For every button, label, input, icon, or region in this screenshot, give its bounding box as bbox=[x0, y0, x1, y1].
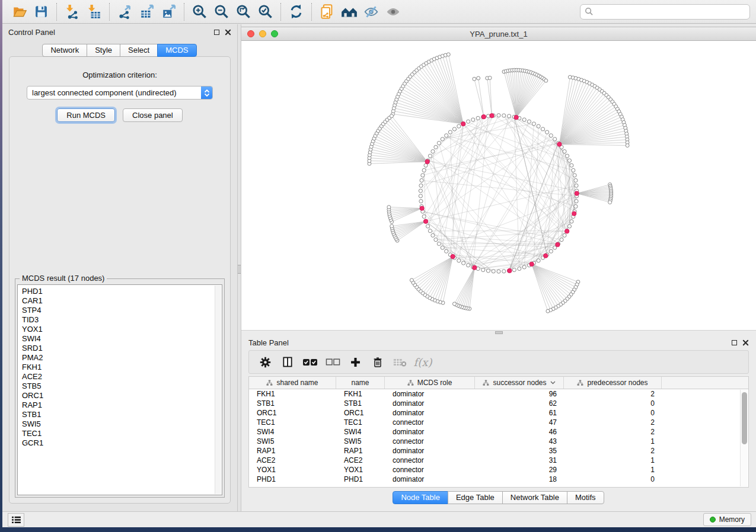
table-row[interactable]: RAP1RAP1dominator352 bbox=[249, 446, 748, 456]
graph-node[interactable] bbox=[549, 249, 553, 253]
graph-node[interactable] bbox=[572, 168, 575, 172]
graph-node[interactable] bbox=[574, 178, 578, 182]
table-scrollbar[interactable] bbox=[740, 390, 748, 486]
table-cell[interactable]: 31 bbox=[475, 456, 564, 464]
zoom-selected-button[interactable] bbox=[254, 2, 276, 21]
graph-hub-node[interactable] bbox=[461, 121, 465, 126]
graph-node[interactable] bbox=[424, 164, 428, 167]
column-header-predecessor-nodes[interactable]: predecessor nodes bbox=[564, 377, 662, 389]
graph-node[interactable] bbox=[537, 124, 540, 128]
table-row[interactable]: TEC1TEC1connector472 bbox=[249, 418, 748, 427]
graph-node[interactable] bbox=[434, 238, 438, 242]
graph-node[interactable] bbox=[390, 225, 394, 228]
graph-node[interactable] bbox=[467, 120, 470, 123]
graph-node[interactable] bbox=[476, 116, 480, 120]
float-panel-icon[interactable] bbox=[214, 30, 219, 35]
graph-node[interactable] bbox=[544, 79, 548, 82]
graph-node[interactable] bbox=[507, 114, 511, 118]
table-cell[interactable]: dominator bbox=[385, 475, 475, 483]
graph-node[interactable] bbox=[431, 233, 435, 237]
zoom-in-button[interactable] bbox=[189, 2, 210, 21]
table-cell[interactable]: 18 bbox=[475, 475, 564, 483]
graph-node[interactable] bbox=[410, 278, 413, 282]
table-settings-button[interactable] bbox=[254, 352, 276, 372]
graph-node[interactable] bbox=[570, 220, 573, 223]
graph-node[interactable] bbox=[497, 270, 500, 273]
tab-select[interactable]: Select bbox=[120, 44, 158, 57]
graph-node[interactable] bbox=[567, 159, 571, 162]
table-cell[interactable]: 61 bbox=[475, 409, 564, 417]
graph-node[interactable] bbox=[422, 214, 426, 218]
table-cell[interactable]: dominator bbox=[385, 447, 475, 455]
graph-hub-node[interactable] bbox=[564, 229, 569, 233]
deselect-all-button[interactable] bbox=[321, 352, 344, 372]
table-cell[interactable]: dominator bbox=[385, 428, 475, 436]
show-columns-button[interactable] bbox=[276, 352, 299, 372]
result-list-item[interactable]: FKH1 bbox=[22, 363, 222, 372]
graph-hub-node[interactable] bbox=[423, 219, 428, 223]
table-cell[interactable]: 46 bbox=[475, 428, 564, 436]
result-list-item[interactable]: STB5 bbox=[22, 382, 222, 391]
network-canvas[interactable] bbox=[241, 41, 756, 330]
result-list-item[interactable]: SWI5 bbox=[22, 419, 222, 429]
result-list-item[interactable]: CAR1 bbox=[22, 296, 222, 306]
table-cell[interactable]: 0 bbox=[564, 399, 662, 408]
graph-node[interactable] bbox=[575, 200, 578, 203]
graph-node[interactable] bbox=[452, 127, 456, 131]
graph-hub-node[interactable] bbox=[451, 254, 455, 258]
graph-node[interactable] bbox=[518, 267, 521, 270]
close-panel-button[interactable]: Close panel bbox=[123, 108, 183, 122]
graph-node[interactable] bbox=[574, 204, 578, 208]
graph-node[interactable] bbox=[426, 225, 429, 228]
graph-node[interactable] bbox=[502, 270, 506, 273]
hide-selected-button[interactable] bbox=[360, 2, 382, 21]
graph-hub-node[interactable] bbox=[529, 262, 534, 266]
close-panel-icon[interactable] bbox=[225, 29, 231, 36]
delete-column-button[interactable] bbox=[366, 352, 389, 372]
table-scrollbar-thumb[interactable] bbox=[742, 392, 747, 444]
graph-node[interactable] bbox=[437, 141, 441, 145]
table-cell[interactable]: dominator bbox=[385, 390, 475, 398]
graph-node[interactable] bbox=[390, 114, 393, 118]
result-list-item[interactable]: PMA2 bbox=[22, 353, 222, 363]
graph-node[interactable] bbox=[626, 144, 629, 148]
zoom-fit-button[interactable] bbox=[232, 2, 254, 21]
graph-node[interactable] bbox=[446, 53, 450, 56]
result-list-item[interactable]: TID3 bbox=[22, 315, 222, 325]
graph-node[interactable] bbox=[488, 76, 492, 79]
graph-node[interactable] bbox=[546, 130, 549, 134]
table-cell[interactable]: TEC1 bbox=[336, 418, 385, 427]
graph-node[interactable] bbox=[445, 134, 448, 137]
graph-node[interactable] bbox=[471, 118, 475, 121]
graph-node[interactable] bbox=[462, 261, 465, 265]
graph-node[interactable] bbox=[422, 168, 426, 172]
export-network-button[interactable] bbox=[114, 2, 136, 21]
graph-node[interactable] bbox=[457, 124, 461, 128]
table-row[interactable]: STB1STB1dominator620 bbox=[249, 399, 748, 408]
table-cell[interactable]: ORC1 bbox=[336, 409, 385, 417]
table-cell[interactable]: 35 bbox=[475, 447, 564, 455]
result-list-item[interactable]: ORC1 bbox=[22, 391, 222, 400]
result-list-scrollbar[interactable] bbox=[215, 286, 221, 494]
graph-node[interactable] bbox=[473, 77, 476, 81]
graph-node[interactable] bbox=[419, 194, 422, 198]
graph-hub-node[interactable] bbox=[481, 114, 486, 118]
clone-network-button[interactable] bbox=[316, 2, 338, 21]
graph-node[interactable] bbox=[481, 268, 485, 272]
result-list-item[interactable]: STP4 bbox=[22, 306, 222, 315]
graph-node[interactable] bbox=[563, 150, 566, 153]
graph-node[interactable] bbox=[437, 242, 441, 245]
open-file-button[interactable] bbox=[8, 2, 30, 21]
table-cell[interactable]: FKH1 bbox=[336, 390, 385, 398]
table-cell[interactable]: PHD1 bbox=[249, 475, 336, 483]
tab-network-table[interactable]: Network Table bbox=[502, 491, 567, 504]
tab-motifs[interactable]: Motifs bbox=[567, 491, 604, 504]
table-row[interactable]: PHD1PHD1dominator180 bbox=[249, 475, 748, 484]
import-network-button[interactable] bbox=[61, 2, 83, 21]
column-header-shared-name[interactable]: shared name bbox=[249, 377, 336, 389]
show-all-button[interactable] bbox=[382, 2, 404, 21]
export-image-button[interactable] bbox=[158, 2, 180, 21]
splitter-handle[interactable] bbox=[495, 331, 503, 334]
run-mcds-button[interactable]: Run MCDS bbox=[57, 108, 115, 122]
graph-node[interactable] bbox=[434, 145, 438, 149]
